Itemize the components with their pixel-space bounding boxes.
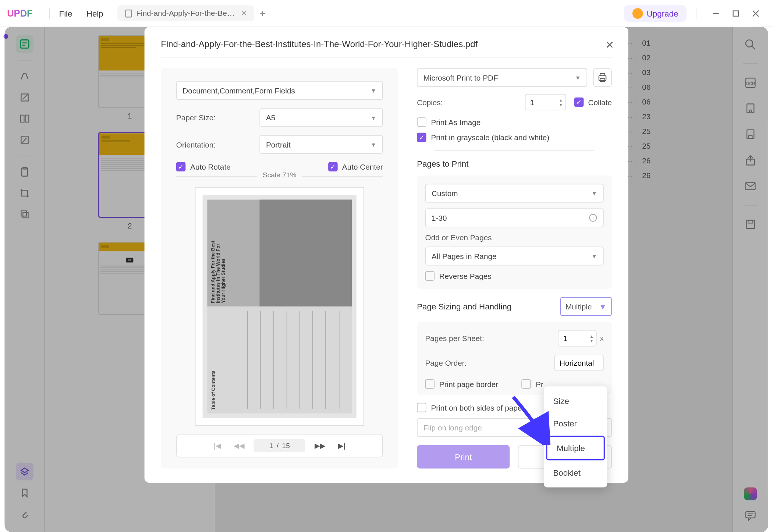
upgrade-button[interactable]: Upgrade (624, 5, 687, 22)
printer-select[interactable]: Microsoft Print to PDF ▼ (417, 68, 587, 87)
divider (696, 7, 696, 19)
first-page-icon[interactable]: |◀ (210, 439, 224, 452)
pages-to-print-title: Pages to Print (417, 159, 612, 169)
page-input[interactable]: 1 / 15 (253, 439, 305, 452)
odd-even-select[interactable]: All Pages in Range ▼ (425, 247, 604, 265)
checkbox-icon (417, 117, 426, 127)
spinner-down-icon[interactable]: ▼ (559, 103, 563, 107)
x-label: x (600, 334, 604, 342)
tab-close-icon[interactable]: ✕ (241, 9, 247, 18)
auto-center-checkbox[interactable]: ✓Auto Center (328, 162, 383, 171)
dropdown-item-multiple[interactable]: Multiple (546, 436, 605, 460)
grayscale-checkbox[interactable]: ✓Print in grayscale (black and white) (417, 133, 612, 142)
checkbox-icon (522, 379, 531, 389)
content-select[interactable]: Document,Comment,Form Fields ▼ (176, 81, 383, 100)
range-mode-value: Custom (432, 189, 458, 198)
copies-value: 1 (530, 98, 534, 107)
close-icon[interactable] (752, 9, 760, 17)
menu-file[interactable]: File (59, 8, 72, 18)
app-logo: UPDF (7, 8, 33, 19)
prev-page-icon[interactable]: ◀◀ (230, 439, 248, 452)
copies-spinner[interactable]: 1 ▲▼ (525, 94, 566, 110)
tab-title: Find-and-Apply-For-the-Be… (136, 9, 235, 18)
chevron-down-icon: ▼ (591, 190, 597, 196)
paper-size-label: Paper Size: (176, 113, 252, 122)
preview-pager: |◀ ◀◀ 1 / 15 ▶▶ ▶| (176, 434, 383, 457)
scale-divider: Scale:71% (176, 176, 383, 177)
checkbox-icon: ✓ (574, 97, 584, 107)
chevron-down-icon: ▼ (575, 74, 581, 81)
upgrade-label: Upgrade (647, 8, 678, 18)
page-order-value: Horizontal (560, 358, 594, 367)
reverse-label: Reverse Pages (439, 272, 492, 280)
minimize-icon[interactable] (712, 9, 720, 17)
chevron-down-icon: ▼ (370, 87, 376, 94)
doc-icon (124, 9, 132, 17)
content-select-value: Document,Comment,Form Fields (182, 86, 295, 95)
tab-add-icon[interactable]: + (260, 8, 265, 19)
printer-properties-icon[interactable] (593, 68, 612, 87)
divider (161, 57, 612, 58)
page-order-label: Page Order: (425, 358, 467, 367)
grayscale-label: Print in grayscale (black and white) (431, 133, 549, 142)
titlebar: UPDF File Help Find-and-Apply-For-the-Be… (0, 0, 773, 27)
info-icon[interactable]: i (589, 214, 597, 222)
page-sep: / (277, 441, 279, 450)
print-as-image-label: Print As Image (431, 118, 481, 127)
tab-area: Find-and-Apply-For-the-Be… ✕ + (117, 5, 624, 21)
paper-size-value: A5 (266, 113, 275, 122)
svg-text:i: i (592, 215, 593, 221)
collate-checkbox[interactable]: ✓Collate (574, 97, 612, 107)
pps-cols-select[interactable]: 1▲▼ (558, 330, 596, 347)
chevron-down-icon: ▼ (370, 141, 376, 148)
dialog-title: Find-and-Apply-For-the-Best-Institutes-I… (161, 39, 612, 49)
annotation-arrow-icon (507, 392, 554, 445)
auto-rotate-checkbox[interactable]: ✓Auto Rotate (176, 162, 231, 171)
print-button[interactable]: Print (417, 445, 510, 469)
divider (49, 7, 50, 19)
checkbox-icon (425, 379, 435, 389)
odd-even-label: Odd or Even Pages (425, 233, 604, 242)
orientation-select[interactable]: Portrait ▼ (259, 135, 383, 154)
range-mode-select[interactable]: Custom ▼ (425, 184, 604, 203)
preview-column: Document,Comment,Form Fields ▼ Paper Siz… (161, 68, 398, 468)
collate-label: Collate (588, 98, 612, 107)
menu-help[interactable]: Help (86, 8, 103, 18)
dropdown-item-booklet[interactable]: Booklet (544, 461, 607, 484)
print-preview: Find and Apply For the BestInstitutes In… (195, 187, 364, 426)
divider (435, 150, 594, 151)
sizing-title: Page Sizing and Handling (417, 302, 511, 311)
upgrade-avatar-icon (632, 8, 643, 19)
range-input[interactable]: 1-30 i (425, 209, 604, 227)
pr-label: Pr (536, 380, 543, 389)
paper-size-select[interactable]: A5 ▼ (259, 108, 383, 127)
print-border-checkbox[interactable]: Print page border (425, 379, 499, 389)
last-page-icon[interactable]: ▶| (335, 439, 349, 452)
auto-rotate-label: Auto Rotate (190, 162, 231, 171)
range-value: 1-30 (432, 213, 447, 222)
reverse-pages-checkbox[interactable]: Reverse Pages (425, 271, 604, 281)
page-order-select[interactable]: Horizontal (554, 355, 604, 371)
spinner-up-icon[interactable]: ▲ (559, 98, 563, 102)
print-extra-checkbox[interactable]: Pr (522, 379, 543, 389)
document-tab[interactable]: Find-and-Apply-For-the-Be… ✕ (117, 5, 254, 21)
dialog-close-icon[interactable]: ✕ (605, 39, 614, 52)
chevron-down-icon: ▼ (599, 302, 607, 311)
svg-rect-32 (600, 74, 605, 76)
sizing-mode-select[interactable]: Multiple ▼ (560, 297, 612, 316)
pages-per-sheet-label: Pages per Sheet: (425, 334, 484, 343)
checkbox-icon: ✓ (328, 162, 338, 171)
pages-to-print-section: Custom ▼ 1-30 i Odd or Even Pages All Pa… (417, 175, 612, 289)
maximize-icon[interactable] (732, 9, 740, 17)
border-label: Print page border (439, 380, 498, 389)
pps1-value: 1 (563, 334, 568, 343)
scale-label: Scale:71% (257, 171, 302, 179)
checkbox-icon: ✓ (417, 133, 426, 142)
orientation-value: Portrait (266, 140, 291, 149)
page-current: 1 (269, 441, 273, 450)
next-page-icon[interactable]: ▶▶ (311, 439, 329, 452)
odd-even-value: All Pages in Range (432, 252, 496, 260)
print-as-image-checkbox[interactable]: Print As Image (417, 117, 612, 127)
modal-backdrop: Find-and-Apply-For-the-Best-Institutes-I… (5, 27, 768, 532)
svg-rect-2 (733, 11, 738, 16)
